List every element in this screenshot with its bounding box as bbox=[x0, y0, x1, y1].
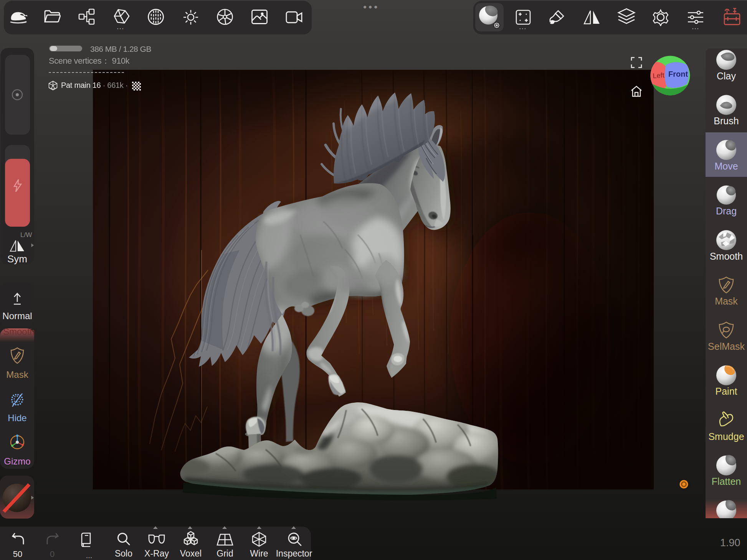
svg-text:Left: Left bbox=[653, 71, 664, 80]
svg-text:Front: Front bbox=[668, 70, 688, 78]
